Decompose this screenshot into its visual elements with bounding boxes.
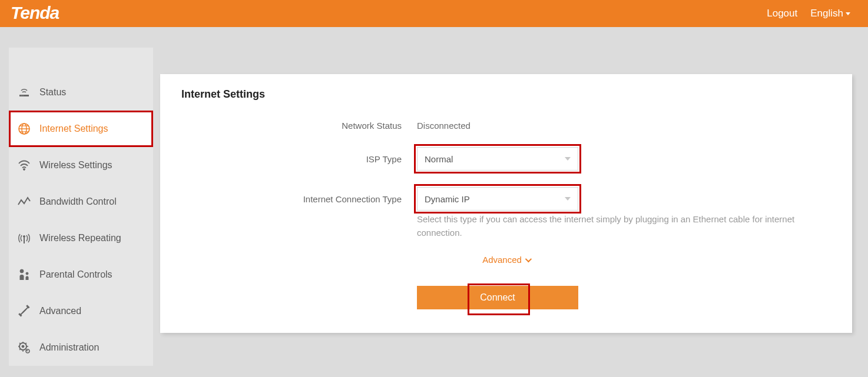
panel-title: Internet Settings — [181, 88, 831, 101]
tools-icon — [17, 305, 31, 318]
sidebar-item-parental-controls[interactable]: Parental Controls — [9, 256, 153, 293]
wifi-icon — [17, 160, 31, 171]
chevron-down-icon — [525, 255, 532, 262]
sidebar-item-label: Wireless Repeating — [39, 233, 121, 243]
select-connection-type-value: Dynamic IP — [425, 194, 470, 204]
advanced-toggle-label: Advanced — [482, 255, 522, 265]
row-isp-type: ISP Type Normal — [181, 147, 831, 171]
svg-point-1 — [21, 95, 22, 96]
svg-point-12 — [26, 272, 28, 275]
select-isp-type[interactable]: Normal — [417, 147, 578, 171]
router-icon — [17, 87, 31, 98]
svg-point-2 — [22, 95, 24, 96]
row-advanced-toggle: Advanced — [181, 255, 831, 265]
sidebar-item-advanced[interactable]: Advanced — [9, 293, 153, 329]
help-text: Select this type if you can access the i… — [417, 213, 817, 239]
label-connection-type: Internet Connection Type — [181, 194, 417, 204]
sidebar-item-internet-settings[interactable]: Internet Settings — [9, 111, 153, 147]
connect-button[interactable]: Connect — [417, 286, 578, 309]
svg-text:Tenda: Tenda — [11, 4, 59, 22]
chevron-down-icon — [565, 197, 571, 201]
main-content: Internet Settings Network Status Disconn… — [153, 48, 859, 333]
chart-icon — [17, 196, 31, 207]
select-isp-type-value: Normal — [425, 154, 453, 164]
sidebar-item-label: Parental Controls — [39, 269, 112, 280]
row-network-status: Network Status Disconnected — [181, 121, 831, 131]
row-help: Select this type if you can access the i… — [181, 219, 831, 239]
label-network-status: Network Status — [181, 121, 417, 131]
brand-logo: Tenda — [0, 4, 99, 24]
sidebar-item-status[interactable]: Status — [9, 74, 153, 111]
sidebar-item-wireless-settings[interactable]: Wireless Settings — [9, 147, 153, 184]
settings-panel: Internet Settings Network Status Disconn… — [160, 74, 852, 333]
sidebar-item-label: Bandwidth Control — [39, 196, 117, 207]
sidebar-item-label: Status — [39, 87, 66, 98]
row-connect: Connect — [181, 286, 831, 309]
family-icon — [17, 268, 31, 281]
label-isp-type: ISP Type — [181, 154, 417, 164]
sidebar-item-label: Internet Settings — [39, 124, 108, 134]
svg-point-10 — [24, 236, 25, 238]
header-actions: Logout English — [767, 8, 850, 19]
row-connection-type: Internet Connection Type Dynamic IP — [181, 187, 831, 211]
sidebar-item-bandwidth-control[interactable]: Bandwidth Control — [9, 184, 153, 220]
sidebar-item-label: Advanced — [39, 306, 81, 316]
value-network-status: Disconnected — [417, 121, 471, 131]
language-selector[interactable]: English — [810, 8, 850, 19]
language-label: English — [810, 8, 843, 19]
connect-button-label: Connect — [480, 292, 515, 303]
sidebar-item-label: Administration — [39, 342, 99, 353]
advanced-toggle[interactable]: Advanced — [482, 255, 530, 265]
chevron-down-icon — [565, 157, 571, 161]
gear-icon — [17, 341, 31, 354]
svg-point-16 — [22, 345, 24, 348]
logout-link[interactable]: Logout — [767, 8, 797, 19]
svg-point-8 — [24, 169, 25, 171]
header-bar: Tenda Logout English — [0, 0, 868, 27]
sidebar-item-administration[interactable]: Administration — [9, 329, 153, 366]
antenna-icon — [17, 232, 31, 245]
chevron-down-icon — [846, 12, 850, 15]
sidebar-item-label: Wireless Settings — [39, 160, 112, 171]
sidebar-item-wireless-repeating[interactable]: Wireless Repeating — [9, 220, 153, 256]
sidebar: Status Internet Settings Wireless Settin… — [9, 48, 153, 366]
globe-icon — [17, 122, 31, 135]
select-connection-type[interactable]: Dynamic IP — [417, 187, 578, 211]
svg-point-11 — [20, 269, 24, 273]
